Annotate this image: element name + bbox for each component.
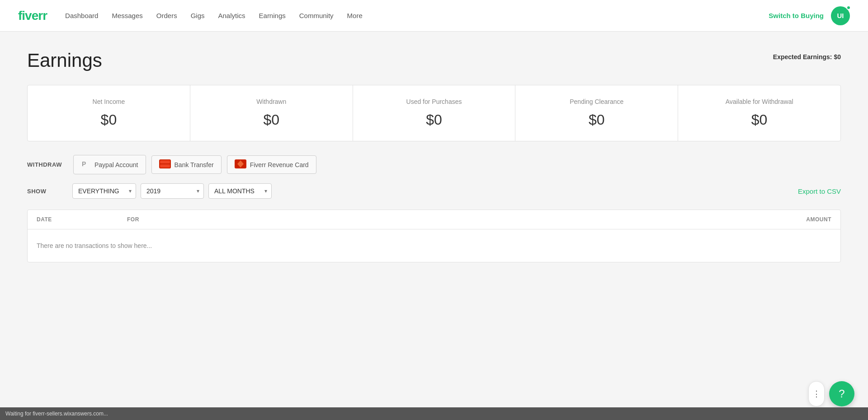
month-select[interactable]: ALL MONTHS JANUARY FEBRUARY MARCH APRIL … bbox=[208, 183, 272, 199]
svg-rect-3 bbox=[160, 164, 170, 168]
help-more-icon: ⋮ bbox=[812, 389, 821, 399]
stat-available-withdrawal: Available for Withdrawal $0 bbox=[678, 85, 840, 141]
stat-withdrawn-label: Withdrawn bbox=[199, 98, 344, 105]
expected-earnings: Expected Earnings: $0 bbox=[773, 53, 841, 61]
page-header: Earnings Expected Earnings: $0 bbox=[27, 50, 841, 71]
stat-available-label: Available for Withdrawal bbox=[687, 98, 831, 105]
help-icon: ? bbox=[839, 387, 844, 400]
revenue-card-icon bbox=[235, 159, 246, 170]
nav-dashboard[interactable]: Dashboard bbox=[65, 12, 98, 19]
expected-earnings-label: Expected Earnings: bbox=[773, 53, 832, 61]
stat-available-value: $0 bbox=[687, 112, 831, 128]
stat-net-income-label: Net Income bbox=[37, 98, 181, 105]
svg-text:P: P bbox=[82, 160, 86, 168]
col-date-header: DATE bbox=[37, 216, 127, 223]
col-for-header: FOR bbox=[127, 216, 764, 223]
revenue-card-label: Fiverr Revenue Card bbox=[250, 161, 309, 168]
stat-withdrawn: Withdrawn $0 bbox=[190, 85, 353, 141]
stat-pending-label: Pending Clearance bbox=[524, 98, 669, 105]
show-label: SHOW bbox=[27, 188, 68, 195]
page-title: Earnings bbox=[27, 50, 102, 71]
nav-analytics[interactable]: Analytics bbox=[218, 12, 245, 19]
paypal-account-button[interactable]: P Paypal Account bbox=[73, 155, 146, 174]
stat-pending-value: $0 bbox=[524, 112, 669, 128]
stat-net-income-value: $0 bbox=[37, 112, 181, 128]
stat-used-for-purchases: Used for Purchases $0 bbox=[353, 85, 516, 141]
navbar-right: Switch to Buying UI bbox=[769, 6, 850, 25]
bank-transfer-button[interactable]: Bank Transfer bbox=[151, 155, 222, 174]
nav-links: Dashboard Messages Orders Gigs Analytics… bbox=[65, 12, 769, 19]
main-content: Earnings Expected Earnings: $0 Net Incom… bbox=[0, 32, 868, 420]
help-more-button[interactable]: ⋮ bbox=[808, 381, 825, 406]
avatar-badge bbox=[846, 5, 851, 10]
stat-pending-clearance: Pending Clearance $0 bbox=[515, 85, 678, 141]
help-button[interactable]: ? bbox=[829, 381, 854, 406]
nav-earnings[interactable]: Earnings bbox=[259, 12, 286, 19]
nav-community[interactable]: Community bbox=[299, 12, 334, 19]
nav-gigs[interactable]: Gigs bbox=[191, 12, 205, 19]
table-header: DATE FOR AMOUNT bbox=[28, 210, 840, 229]
month-select-wrapper: ALL MONTHS JANUARY FEBRUARY MARCH APRIL … bbox=[208, 183, 272, 199]
bank-transfer-label: Bank Transfer bbox=[175, 161, 214, 168]
navbar: fiverr Dashboard Messages Orders Gigs An… bbox=[0, 0, 868, 32]
year-select[interactable]: 2019 2018 2017 bbox=[141, 183, 204, 199]
nav-more[interactable]: More bbox=[347, 12, 363, 19]
paypal-button-label: Paypal Account bbox=[94, 161, 138, 168]
status-bar: Waiting for fiverr-sellers.wixanswers.co… bbox=[0, 407, 868, 420]
filter-select-wrapper: EVERYTHING INCOME WITHDRAWAL ▾ bbox=[72, 183, 136, 199]
bank-transfer-icon bbox=[159, 159, 171, 170]
col-amount-header: AMOUNT bbox=[764, 216, 831, 223]
withdraw-label: WITHDRAW bbox=[27, 161, 68, 168]
year-select-wrapper: 2019 2018 2017 ▾ bbox=[141, 183, 204, 199]
stats-card: Net Income $0 Withdrawn $0 Used for Purc… bbox=[27, 85, 841, 141]
nav-messages[interactable]: Messages bbox=[112, 12, 142, 19]
avatar-initials: UI bbox=[837, 12, 844, 19]
svg-rect-2 bbox=[160, 160, 170, 163]
stat-purchases-label: Used for Purchases bbox=[362, 98, 506, 105]
show-section: SHOW EVERYTHING INCOME WITHDRAWAL ▾ 2019… bbox=[27, 183, 841, 199]
paypal-icon: P bbox=[81, 159, 91, 170]
switch-to-buying-link[interactable]: Switch to Buying bbox=[769, 12, 824, 19]
stat-purchases-value: $0 bbox=[362, 112, 506, 128]
avatar[interactable]: UI bbox=[831, 6, 850, 25]
fiverr-revenue-card-button[interactable]: Fiverr Revenue Card bbox=[227, 155, 316, 174]
stat-withdrawn-value: $0 bbox=[199, 112, 344, 128]
stat-net-income: Net Income $0 bbox=[28, 85, 190, 141]
export-csv-link[interactable]: Export to CSV bbox=[798, 187, 841, 195]
expected-earnings-value: $0 bbox=[834, 53, 841, 61]
status-bar-text: Waiting for fiverr-sellers.wixanswers.co… bbox=[5, 411, 108, 417]
transactions-table: DATE FOR AMOUNT There are no transaction… bbox=[27, 210, 841, 262]
nav-orders[interactable]: Orders bbox=[156, 12, 177, 19]
table-empty-message: There are no transactions to show here..… bbox=[28, 229, 840, 262]
withdraw-section: WITHDRAW P Paypal Account Bank Transfer bbox=[27, 155, 841, 174]
brand-logo[interactable]: fiverr bbox=[18, 9, 47, 23]
filter-select[interactable]: EVERYTHING INCOME WITHDRAWAL bbox=[72, 183, 136, 199]
